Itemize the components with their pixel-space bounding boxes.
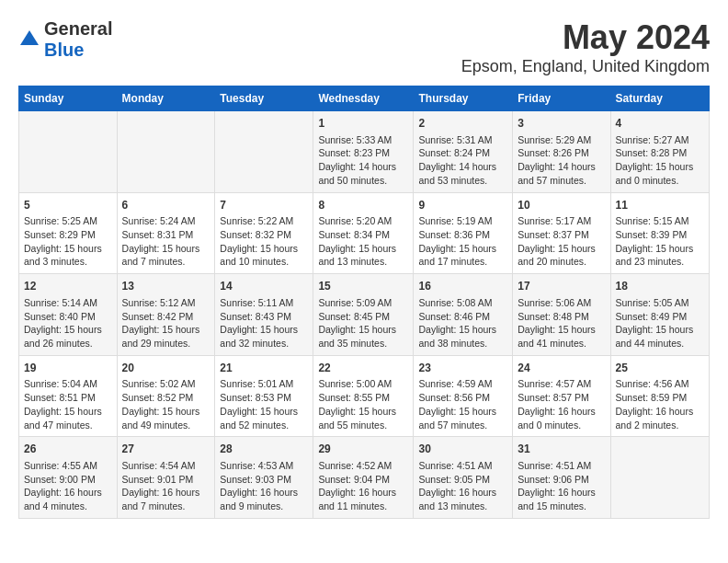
calendar-cell: 1Sunrise: 5:33 AMSunset: 8:23 PMDaylight… [313, 111, 414, 193]
day-info: Sunrise: 4:52 AMSunset: 9:04 PMDaylight:… [318, 459, 408, 513]
day-info: Sunrise: 5:12 AMSunset: 8:42 PMDaylight:… [122, 296, 210, 350]
day-number: 31 [518, 442, 605, 457]
day-number: 22 [318, 361, 408, 376]
day-info: Sunrise: 5:04 AMSunset: 8:51 PMDaylight:… [24, 377, 112, 431]
day-info: Sunrise: 5:11 AMSunset: 8:43 PMDaylight:… [220, 296, 308, 350]
day-number: 24 [518, 361, 605, 376]
day-info: Sunrise: 5:02 AMSunset: 8:52 PMDaylight:… [122, 377, 210, 431]
day-number: 29 [318, 442, 408, 457]
day-number: 28 [220, 442, 308, 457]
day-number: 15 [318, 279, 408, 294]
day-info: Sunrise: 4:54 AMSunset: 9:01 PMDaylight:… [122, 459, 210, 513]
calendar-cell: 6Sunrise: 5:24 AMSunset: 8:31 PMDaylight… [117, 192, 215, 274]
day-number: 16 [418, 279, 507, 294]
day-info: Sunrise: 5:06 AMSunset: 8:48 PMDaylight:… [518, 296, 605, 350]
title-block: May 2024 Epsom, England, United Kingdom [461, 18, 710, 76]
day-number: 7 [220, 198, 308, 213]
calendar-cell: 15Sunrise: 5:09 AMSunset: 8:45 PMDayligh… [313, 274, 414, 356]
calendar-week-row: 5Sunrise: 5:25 AMSunset: 8:29 PMDaylight… [19, 192, 710, 274]
calendar-cell: 29Sunrise: 4:52 AMSunset: 9:04 PMDayligh… [313, 437, 414, 519]
calendar-cell: 30Sunrise: 4:51 AMSunset: 9:05 PMDayligh… [414, 437, 513, 519]
day-number: 3 [518, 116, 605, 132]
calendar-cell: 28Sunrise: 4:53 AMSunset: 9:03 PMDayligh… [215, 437, 313, 519]
day-info: Sunrise: 5:24 AMSunset: 8:31 PMDaylight:… [122, 214, 210, 269]
day-info: Sunrise: 5:09 AMSunset: 8:45 PMDaylight:… [318, 296, 408, 350]
day-number: 12 [24, 279, 112, 294]
day-number: 4 [616, 116, 705, 132]
weekday-header-row: SundayMondayTuesdayWednesdayThursdayFrid… [19, 86, 710, 111]
calendar-cell: 19Sunrise: 5:04 AMSunset: 8:51 PMDayligh… [19, 355, 118, 437]
page-header: General Blue May 2024 Epsom, England, Un… [18, 18, 710, 76]
day-info: Sunrise: 5:27 AMSunset: 8:28 PMDaylight:… [616, 133, 705, 188]
weekday-header-monday: Monday [117, 86, 215, 111]
day-number: 26 [24, 442, 112, 457]
calendar-week-row: 26Sunrise: 4:55 AMSunset: 9:00 PMDayligh… [19, 437, 710, 519]
day-number: 18 [616, 279, 705, 294]
day-info: Sunrise: 4:57 AMSunset: 8:57 PMDaylight:… [518, 377, 605, 431]
day-number: 17 [518, 279, 605, 294]
calendar-cell: 10Sunrise: 5:17 AMSunset: 8:37 PMDayligh… [513, 192, 610, 274]
day-number: 14 [220, 279, 308, 294]
calendar-cell: 8Sunrise: 5:20 AMSunset: 8:34 PMDaylight… [313, 192, 414, 274]
calendar-cell: 31Sunrise: 4:51 AMSunset: 9:06 PMDayligh… [513, 437, 610, 519]
calendar-cell: 13Sunrise: 5:12 AMSunset: 8:42 PMDayligh… [117, 274, 215, 356]
day-number: 19 [24, 361, 112, 376]
calendar-cell: 2Sunrise: 5:31 AMSunset: 8:24 PMDaylight… [414, 111, 513, 193]
calendar-cell: 24Sunrise: 4:57 AMSunset: 8:57 PMDayligh… [513, 355, 610, 437]
day-info: Sunrise: 5:17 AMSunset: 8:37 PMDaylight:… [518, 214, 605, 269]
day-number: 1 [318, 116, 408, 132]
calendar-week-row: 12Sunrise: 5:14 AMSunset: 8:40 PMDayligh… [19, 274, 710, 356]
weekday-header-saturday: Saturday [610, 86, 710, 111]
calendar-cell: 14Sunrise: 5:11 AMSunset: 8:43 PMDayligh… [215, 274, 313, 356]
calendar-cell: 18Sunrise: 5:05 AMSunset: 8:49 PMDayligh… [610, 274, 710, 356]
day-number: 2 [418, 116, 507, 132]
svg-marker-0 [20, 30, 39, 45]
day-number: 8 [318, 198, 408, 213]
day-number: 11 [616, 198, 705, 213]
day-info: Sunrise: 4:56 AMSunset: 8:59 PMDaylight:… [616, 377, 705, 431]
day-info: Sunrise: 5:08 AMSunset: 8:46 PMDaylight:… [418, 296, 507, 350]
calendar-cell: 22Sunrise: 5:00 AMSunset: 8:55 PMDayligh… [313, 355, 414, 437]
day-info: Sunrise: 4:59 AMSunset: 8:56 PMDaylight:… [418, 377, 507, 431]
day-info: Sunrise: 5:29 AMSunset: 8:26 PMDaylight:… [518, 133, 605, 188]
calendar-cell [215, 111, 313, 193]
calendar-cell: 17Sunrise: 5:06 AMSunset: 8:48 PMDayligh… [513, 274, 610, 356]
day-number: 21 [220, 361, 308, 376]
calendar-cell [19, 111, 118, 193]
calendar-cell: 26Sunrise: 4:55 AMSunset: 9:00 PMDayligh… [19, 437, 118, 519]
day-info: Sunrise: 4:53 AMSunset: 9:03 PMDaylight:… [220, 459, 308, 513]
day-number: 9 [418, 198, 507, 213]
calendar-cell [610, 437, 710, 519]
calendar-body: 1Sunrise: 5:33 AMSunset: 8:23 PMDaylight… [19, 111, 710, 519]
calendar-cell: 4Sunrise: 5:27 AMSunset: 8:28 PMDaylight… [610, 111, 710, 193]
day-number: 23 [418, 361, 507, 376]
day-info: Sunrise: 5:15 AMSunset: 8:39 PMDaylight:… [616, 214, 705, 269]
day-info: Sunrise: 5:31 AMSunset: 8:24 PMDaylight:… [418, 133, 507, 188]
location-title: Epsom, England, United Kingdom [461, 57, 710, 76]
calendar-week-row: 1Sunrise: 5:33 AMSunset: 8:23 PMDaylight… [19, 111, 710, 193]
day-info: Sunrise: 5:20 AMSunset: 8:34 PMDaylight:… [318, 214, 408, 269]
logo-blue: Blue [44, 40, 84, 60]
day-info: Sunrise: 4:51 AMSunset: 9:06 PMDaylight:… [518, 459, 605, 513]
weekday-header-wednesday: Wednesday [313, 86, 414, 111]
day-info: Sunrise: 5:05 AMSunset: 8:49 PMDaylight:… [616, 296, 705, 350]
calendar-cell: 9Sunrise: 5:19 AMSunset: 8:36 PMDaylight… [414, 192, 513, 274]
day-info: Sunrise: 5:22 AMSunset: 8:32 PMDaylight:… [220, 214, 308, 269]
month-title: May 2024 [461, 18, 710, 57]
day-info: Sunrise: 4:51 AMSunset: 9:05 PMDaylight:… [418, 459, 507, 513]
logo-icon [18, 29, 40, 51]
day-number: 13 [122, 279, 210, 294]
day-number: 20 [122, 361, 210, 376]
day-info: Sunrise: 5:33 AMSunset: 8:23 PMDaylight:… [318, 133, 408, 188]
day-number: 25 [616, 361, 705, 376]
calendar-cell: 3Sunrise: 5:29 AMSunset: 8:26 PMDaylight… [513, 111, 610, 193]
calendar-header: SundayMondayTuesdayWednesdayThursdayFrid… [19, 86, 710, 111]
calendar-cell [117, 111, 215, 193]
day-number: 6 [122, 198, 210, 213]
calendar-cell: 16Sunrise: 5:08 AMSunset: 8:46 PMDayligh… [414, 274, 513, 356]
calendar-cell: 12Sunrise: 5:14 AMSunset: 8:40 PMDayligh… [19, 274, 118, 356]
calendar-week-row: 19Sunrise: 5:04 AMSunset: 8:51 PMDayligh… [19, 355, 710, 437]
day-info: Sunrise: 5:25 AMSunset: 8:29 PMDaylight:… [24, 214, 112, 269]
calendar-table: SundayMondayTuesdayWednesdayThursdayFrid… [18, 86, 710, 519]
calendar-cell: 27Sunrise: 4:54 AMSunset: 9:01 PMDayligh… [117, 437, 215, 519]
